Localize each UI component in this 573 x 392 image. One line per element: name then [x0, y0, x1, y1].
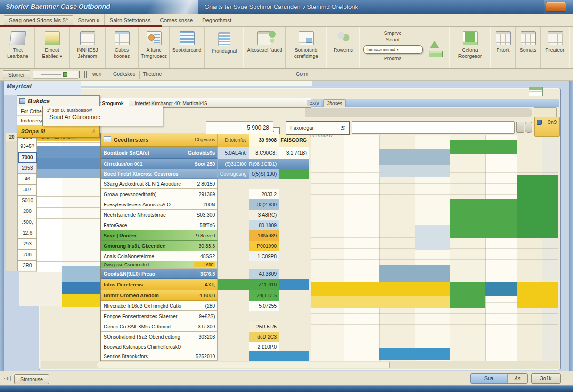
row-name-cell[interactable]: Boorttoulr SnGA(o) Gutovbts9s	[101, 147, 218, 159]
table-row[interactable]: Owsgssse Gsiarnnurtort 1£60	[101, 261, 309, 269]
row-name-cell[interactable]: S3ang Avckedreat 8L N 1 Aroodure 2 80159	[101, 179, 218, 189]
row-cell-5[interactable]	[279, 279, 309, 290]
row-name-cell[interactable]: Nlrvcnabe In16u3 OxTnrnçlrd Catkerr (280	[101, 301, 218, 311]
row-cell-3[interactable]	[218, 301, 249, 311]
row-cell-4[interactable]: XR(98 2CfD1)	[249, 159, 279, 169]
table-row[interactable]: Iofos Ouretcrcas AXIl, ZCE010	[101, 279, 309, 290]
row-name-cell[interactable]: SOnsotralomd Rra3 Obend edtong 303208	[101, 332, 218, 342]
row-cell-3[interactable]	[218, 311, 249, 321]
table-row[interactable]: Boed Fnetrl Xtocros: Cesvroros Covrugesn…	[101, 169, 309, 179]
slider-icon[interactable]	[41, 74, 61, 75]
row-name-cell[interactable]: Anais CoiaNonetelome 48SS2	[101, 251, 218, 261]
ribbon-button[interactable]: INNHESJ Jehreom	[70, 27, 106, 68]
row-number-cell[interactable]: 293	[18, 239, 37, 250]
mini-tab[interactable]: 3hoses	[323, 99, 346, 107]
books-icon[interactable]	[429, 51, 443, 57]
ribbon-button[interactable]: Suotxturcand	[170, 27, 205, 68]
row-cell-3[interactable]	[218, 321, 249, 332]
bars-icon[interactable]	[79, 71, 88, 78]
row-cell-5[interactable]	[279, 342, 309, 351]
formula-a-icon[interactable]	[430, 41, 439, 48]
row-cell-4[interactable]: 2 £10P.0	[249, 342, 279, 351]
row-name-cell[interactable]: Nechrts.nende Nhrcutsbrrae S03.300	[101, 210, 218, 220]
band-mini-box[interactable]	[534, 107, 557, 118]
row-number-cell[interactable]: 2953	[18, 163, 37, 174]
row-cell-5[interactable]	[279, 189, 309, 199]
table-row[interactable]: Groaw ppevsooedthath) 291369 2033 2	[101, 189, 309, 199]
seal-icon[interactable]	[525, 122, 532, 133]
toolbar-dropdown[interactable]: Stonrer	[3, 70, 30, 79]
row-cell-5[interactable]	[279, 199, 309, 210]
table-row[interactable]: Sase | Ronten 9.8crve0 18Nrd89	[101, 230, 309, 241]
table-row[interactable]: Genes Cn SAlE3Mks Grtbnoid 3.R 300 25R.5…	[101, 321, 309, 332]
row-name-cell[interactable]: Senrlos Btanokcfnrs 5252010	[101, 351, 218, 361]
row-cell-3[interactable]	[218, 210, 249, 220]
toolbar-label[interactable]: Godkskou	[113, 71, 135, 77]
table-row[interactable]: Boorttoulr SnGA(o) Gutovbts9s 5.0AE4n0 8…	[101, 147, 309, 159]
row-cell-4[interactable]	[249, 351, 279, 361]
row-cell-3[interactable]	[218, 269, 249, 279]
scrollbar-thumb[interactable]	[97, 362, 390, 368]
row-cell-4[interactable]: P001090	[249, 241, 279, 251]
ribbon-button[interactable]: Prondagnal	[205, 27, 244, 68]
row-cell-4[interactable]	[249, 311, 279, 321]
row-cell-5[interactable]	[279, 159, 309, 169]
row-cell-3[interactable]	[218, 290, 249, 301]
toolbar-label[interactable]: Thetcine	[143, 71, 162, 77]
row-cell-5[interactable]	[279, 332, 309, 342]
row-number-cell[interactable]: 3R0	[18, 261, 37, 271]
close-button[interactable]	[546, 2, 566, 12]
side-yellow-box[interactable]: 9n9	[534, 117, 560, 137]
table-row[interactable]: Nlrvcnabe In16u3 OxTnrnçlrd Catkerr (280…	[101, 301, 309, 311]
row-cell-3[interactable]	[218, 179, 249, 189]
row-name-cell[interactable]: Iofos Ouretcrcas AXIl,	[101, 279, 218, 290]
row-cell-4[interactable]: 18Nrd89	[249, 230, 279, 241]
row-cell-5[interactable]	[279, 269, 309, 279]
table-row[interactable]: Foesyteovlteoers Aroostoc& O 200N 33(2 9…	[101, 199, 309, 210]
row-cell-5[interactable]	[279, 351, 309, 361]
row-cell-4[interactable]	[249, 179, 279, 189]
row-cell-5[interactable]	[279, 321, 309, 332]
row-name-cell[interactable]: Owsgssse Gsiarnnurtort 1£60	[101, 261, 218, 269]
ribbon-button[interactable]: Alcoscael ˝aueti	[244, 27, 286, 68]
menu-item[interactable]: Sairn Stettxtonss	[105, 14, 155, 26]
save-split-button[interactable]: Sua As	[470, 373, 528, 384]
row-cell-3[interactable]	[218, 199, 249, 210]
row-cell-5[interactable]	[279, 220, 309, 230]
dropdown-line-2[interactable]: Soud Ar Cücoomoc	[43, 113, 163, 121]
floating-panel-titlebar[interactable]: Bukdca	[17, 96, 99, 106]
menu-item[interactable]: Comes snsse	[155, 14, 197, 26]
row-name-cell[interactable]: Eongoe Fonsertcerstces Slaerner 9+£2S)	[101, 311, 218, 321]
row-name-cell[interactable]: Boed Fnetrl Xtocros: Cesvroros	[101, 169, 218, 179]
row-cell-3[interactable]	[218, 342, 249, 351]
tab-secondary-label[interactable]: Intertet Krrchangt 40: Mortlcal/4S	[129, 100, 213, 106]
row-cell-3[interactable]: Drtotenfus	[218, 133, 249, 147]
name-box[interactable]: Faxoregar S	[286, 121, 350, 135]
row-number-cell[interactable]: 93+5?	[18, 141, 37, 152]
table-row[interactable]: Anais CoiaNonetelome 48SS2 1.C09P8	[101, 251, 309, 261]
table-row[interactable]: Ceedtorsters Cbgeuros Drtotenfus 30 9908…	[101, 133, 309, 147]
row-cell-3[interactable]	[218, 230, 249, 241]
row-name-cell[interactable]: Ceedtorsters Cbgeuros	[101, 133, 218, 147]
row-name-cell[interactable]: Cirretkan/on 001 Soot 250	[101, 159, 218, 169]
menu-item[interactable]: Sorvon u	[73, 14, 105, 26]
menu-item[interactable]: Saag oned Sdons Ms S°	[4, 15, 73, 25]
menu-item[interactable]: Degnothmst	[197, 14, 236, 26]
table-row[interactable]: FatorGace 58fTd6 80.1809	[101, 220, 309, 230]
ribbon-button[interactable]: Emeot Eablies ▾	[35, 27, 70, 68]
row-cell-3[interactable]	[218, 261, 249, 269]
row-cell-3[interactable]	[218, 332, 249, 342]
dropdown-line-1[interactable]: 3° son t.0 surabotssov/	[43, 106, 163, 113]
row-cell-4[interactable]: 0(5)S( 190)	[249, 169, 279, 179]
table-row[interactable]: Nechrts.nende Nhrcutsbrrae S03.300 3 A8R…	[101, 210, 309, 220]
row-name-cell[interactable]: Boowad Kstcnapes Chinhetfcrosk0Cisnssf 2…	[101, 342, 218, 351]
row-number-cell[interactable]: 200	[18, 206, 37, 217]
smoke-dropdown[interactable]: hamocxnenned ▾	[363, 45, 423, 54]
dropdown-overlay[interactable]: 3° son t.0 surabotssov/ Soud Ar Cücoomoc	[42, 106, 163, 126]
ribbon-button[interactable]: Sotnotunb csrefidmge	[286, 27, 327, 68]
ribbon-button[interactable]: Thet Learbarte	[1, 27, 35, 68]
ribbon-button[interactable]: Preateon	[541, 27, 570, 68]
table-row[interactable]: Cirretkan/on 001 Soot 250 (9)31Cl00 XR(9…	[101, 159, 309, 169]
row-cell-5[interactable]	[279, 251, 309, 261]
ribbon-button[interactable]: Rowems	[327, 27, 360, 68]
